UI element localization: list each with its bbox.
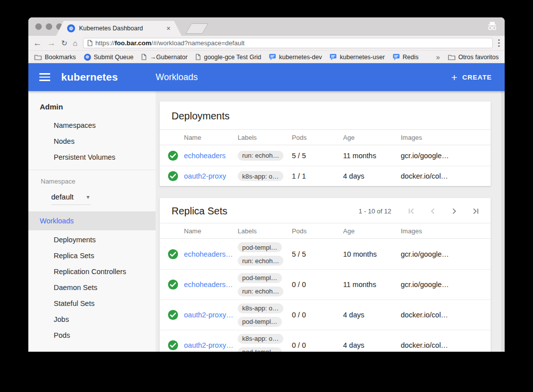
pagination-range: 1 - 10 of 12 (358, 207, 391, 215)
images-cell: gcr.io/google… (401, 152, 463, 160)
last-page-icon[interactable] (472, 208, 479, 214)
main-content: Deployments Name Labels Pods Age Images … (156, 91, 505, 352)
deployments-table-header: Name Labels Pods Age Images (160, 129, 491, 145)
previous-page-icon[interactable] (430, 208, 436, 214)
age-cell: 4 days (343, 311, 401, 319)
replica-set-name-link[interactable]: oauth2-proxy… (184, 311, 238, 319)
label-chip[interactable]: run: echoh… (238, 256, 283, 266)
bookmark-folder-otros-favoritos[interactable]: Otros favoritos (448, 54, 499, 61)
label-chip[interactable]: k8s-app: o… (238, 303, 283, 313)
back-icon[interactable]: ← (33, 39, 42, 47)
sidebar-workload-items: Deployments Replica Sets Replication Con… (28, 230, 156, 343)
status-ok-icon (168, 171, 178, 182)
first-page-icon[interactable] (408, 208, 415, 214)
bookmark-kubernetes-user[interactable]: kubernetes-user (330, 54, 384, 61)
replica-sets-table-header: Name Labels Pods Age Images (160, 223, 491, 239)
namespace-label: Namespace (28, 170, 156, 185)
age-cell: 10 months (343, 250, 401, 258)
table-row: echoheaders run: echoh… 5 / 5 11 months … (160, 145, 491, 166)
bookmarks-overflow-chevron[interactable]: » (436, 53, 440, 61)
next-page-icon[interactable] (451, 208, 457, 214)
window-controls (35, 23, 63, 30)
sidebar-item-jobs[interactable]: Jobs (28, 311, 156, 327)
bookmark-submit-queue[interactable]: ☸ Submit Queue (84, 54, 134, 61)
address-bar[interactable]: https://foo.bar.com/#/workload?namespace… (83, 38, 493, 48)
images-cell: docker.io/col… (401, 341, 463, 349)
bookmark-google-gce-test-grid[interactable]: google-gce Test Grid (195, 54, 261, 61)
page-scrollbar[interactable] (501, 91, 505, 352)
new-tab-button[interactable] (185, 23, 208, 34)
sidebar-section-admin[interactable]: Admin (28, 96, 156, 117)
column-header-labels: Labels (238, 227, 292, 235)
pods-cell: 0 / 0 (292, 281, 343, 289)
app-body: Admin Namespaces Nodes Persistent Volume… (28, 91, 505, 352)
deployment-name-link[interactable]: echoheaders (184, 152, 238, 160)
replica-sets-card-title: Replica Sets (172, 205, 227, 217)
desktop-background: ☸ Kubernetes Dashboard × ← → ↻ ⌂ (0, 0, 533, 392)
url-text: https://foo.bar.com/#/workload?namespace… (95, 39, 245, 47)
label-chip[interactable]: pod-templ… (238, 347, 282, 352)
sidebar-item-persistent-volumes[interactable]: Persistent Volumes (28, 149, 156, 165)
replica-set-name-link[interactable]: echoheaders… (184, 281, 238, 289)
deployment-name-link[interactable]: oauth2-proxy (184, 172, 238, 180)
tab-close-icon[interactable]: × (167, 25, 171, 32)
bookmark-redis[interactable]: Redis (393, 54, 419, 61)
reload-icon[interactable]: ↻ (61, 39, 68, 47)
replica-set-name-link[interactable]: oauth2-proxy… (184, 341, 238, 349)
bookmark-folder-bookmarks[interactable]: Bookmarks (34, 54, 76, 61)
pods-cell: 1 / 1 (292, 172, 343, 180)
plus-icon: + (451, 72, 457, 83)
browser-tab[interactable]: ☸ Kubernetes Dashboard × (56, 21, 181, 36)
browser-tab-strip: ☸ Kubernetes Dashboard × (28, 17, 505, 36)
column-header-labels: Labels (238, 134, 292, 141)
label-chip[interactable]: pod-templ… (238, 242, 282, 252)
sidebar-item-replication-controllers[interactable]: Replication Controllers (28, 264, 156, 280)
sidebar-item-namespaces[interactable]: Namespaces (28, 117, 156, 133)
label-chip[interactable]: run: echoh… (238, 151, 283, 161)
hamburger-menu-icon[interactable] (39, 73, 50, 81)
status-ok-icon (168, 309, 178, 320)
forward-icon[interactable]: → (47, 39, 56, 47)
replica-sets-card: Replica Sets 1 - 10 of 12 Name Labels (160, 198, 491, 352)
label-chip[interactable]: k8s-app: o… (238, 171, 283, 181)
bookmark-gubernator[interactable]: →Gubernator (141, 54, 187, 61)
replica-set-name-link[interactable]: echoheaders… (184, 250, 238, 258)
images-cell: gcr.io/google… (401, 250, 463, 258)
browser-menu-icon[interactable] (498, 42, 500, 44)
sidebar-nav: Admin Namespaces Nodes Persistent Volume… (28, 91, 156, 352)
page-icon (141, 54, 147, 60)
deployments-card-title: Deployments (160, 101, 491, 129)
url-path: /#/workload?namespace=default (151, 39, 245, 47)
chevron-down-icon: ▾ (87, 194, 89, 200)
minimize-window-button[interactable] (46, 23, 52, 30)
sidebar-item-deployments[interactable]: Deployments (28, 232, 156, 248)
label-chip[interactable]: run: echoh… (238, 287, 283, 296)
folder-icon (448, 54, 455, 60)
sidebar-item-daemon-sets[interactable]: Daemon Sets (28, 280, 156, 295)
label-chip[interactable]: pod-templ… (238, 317, 282, 327)
pods-cell: 0 / 0 (292, 341, 343, 349)
url-scheme: https:// (95, 39, 115, 47)
create-button[interactable]: + CREATE (451, 72, 492, 83)
label-chip[interactable]: pod-templ… (238, 273, 282, 283)
table-row: oauth2-proxy… k8s-app: o… pod-templ… 0 /… (160, 330, 491, 352)
close-window-button[interactable] (35, 23, 42, 30)
table-row: echoheaders… pod-templ… run: echoh… 5 / … (160, 239, 491, 269)
sidebar-item-stateful-sets[interactable]: Stateful Sets (28, 295, 156, 311)
chat-icon (330, 54, 337, 60)
namespace-select-underline (51, 204, 91, 205)
bookmarks-bar: Bookmarks ☸ Submit Queue →Gubernator goo… (28, 50, 505, 63)
sidebar-item-pods[interactable]: Pods (28, 327, 156, 343)
home-icon[interactable]: ⌂ (73, 39, 78, 47)
pods-cell: 5 / 5 (292, 250, 343, 258)
sidebar-item-nodes[interactable]: Nodes (28, 133, 156, 149)
namespace-select[interactable]: default ▾ (28, 185, 156, 201)
table-row: echoheaders… pod-templ… run: echoh… 0 / … (160, 269, 491, 299)
sidebar-item-replica-sets[interactable]: Replica Sets (28, 248, 156, 264)
images-cell: docker.io/col… (401, 172, 463, 180)
sidebar-item-workloads-active[interactable]: Workloads (28, 211, 156, 230)
app-brand: kubernetes (61, 71, 118, 83)
label-chip[interactable]: k8s-app: o… (238, 334, 283, 344)
bookmark-kubernetes-dev[interactable]: kubernetes-dev (269, 54, 322, 61)
pagination: 1 - 10 of 12 (358, 207, 479, 215)
